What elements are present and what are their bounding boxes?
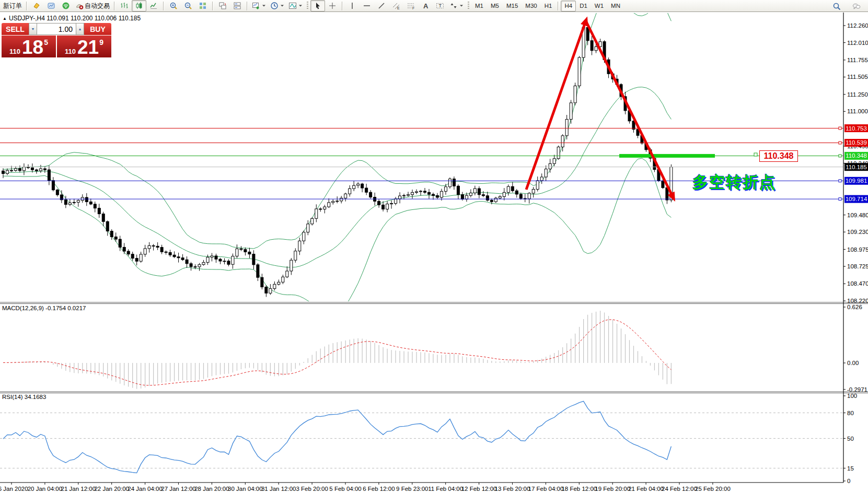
- crosshair-icon[interactable]: [325, 0, 340, 11]
- chart-title-text: USDJPY-,H4 110.091 110.200 110.006 110.1…: [9, 15, 141, 22]
- timeframe-button-h1[interactable]: H1: [541, 1, 556, 11]
- search-button[interactable]: [829, 1, 844, 12]
- metaeditor-icon: [32, 2, 41, 10]
- buy-button[interactable]: BUY: [84, 23, 111, 35]
- svg-text:5 Feb 04:00: 5 Feb 04:00: [329, 486, 361, 492]
- new-chart-icon: [252, 2, 260, 10]
- timeframe-button-d1[interactable]: D1: [576, 1, 591, 11]
- chat-button[interactable]: [849, 1, 864, 12]
- metaeditor-icon[interactable]: [29, 0, 44, 11]
- horizontal-line-icon[interactable]: [360, 0, 374, 11]
- svg-text:111.755: 111.755: [847, 57, 868, 63]
- svg-text:110.753: 110.753: [846, 125, 867, 132]
- autotrading-button[interactable]: 自动交易: [73, 0, 112, 11]
- fibonacci-icon[interactable]: F: [403, 0, 418, 11]
- zoom-in-icon[interactable]: [166, 0, 181, 11]
- indicators-icon[interactable]: [286, 0, 305, 11]
- vertical-line-icon[interactable]: [345, 0, 360, 11]
- volume-input[interactable]: 1.00: [37, 23, 76, 35]
- price-tag-110348[interactable]: 110.348: [759, 150, 798, 162]
- toolbar: 新订单自动交易EFATM1M5M15M30H1H4D1W1MN: [0, 0, 868, 12]
- cursor-icon[interactable]: [310, 0, 325, 11]
- auto-arrange-icon[interactable]: [215, 0, 230, 11]
- svg-text:109.714: 109.714: [846, 196, 867, 202]
- svg-text:0.00: 0.00: [847, 360, 859, 366]
- horizontal-line-icon: [363, 2, 371, 10]
- toolbar-separator: [212, 2, 213, 10]
- sell-button[interactable]: SELL: [2, 23, 29, 35]
- svg-text:16 Jan 2020: 16 Jan 2020: [0, 486, 28, 492]
- chart-canvas[interactable]: 112.260112.010111.755111.505111.250111.0…: [0, 0, 868, 494]
- equidistant-channel-icon[interactable]: E: [389, 0, 403, 11]
- toolbar-separator: [26, 2, 27, 10]
- svg-text:112.260: 112.260: [847, 22, 868, 29]
- line-chart-icon[interactable]: [146, 0, 161, 11]
- timeframe-button-h4[interactable]: H4: [561, 1, 576, 11]
- arrange-windows-icon[interactable]: [230, 0, 245, 11]
- cursor-icon: [314, 2, 322, 10]
- svg-text:25 Feb 20:00: 25 Feb 20:00: [695, 486, 731, 492]
- text-icon[interactable]: A: [418, 0, 433, 11]
- search-icon: [832, 2, 841, 10]
- svg-text:111.505: 111.505: [847, 74, 868, 80]
- svg-text:6 Feb 12:00: 6 Feb 12:00: [363, 486, 395, 492]
- text-label-icon[interactable]: T: [433, 0, 447, 11]
- rsi-panel: [0, 401, 843, 473]
- signals-icon[interactable]: [59, 0, 73, 11]
- timeframe-button-m30[interactable]: M30: [522, 1, 540, 11]
- line-chart-icon: [149, 2, 158, 10]
- timeframe-button-w1[interactable]: W1: [591, 1, 607, 11]
- svg-text:109.480: 109.480: [847, 212, 868, 218]
- toolbar-drag-handle: [307, 2, 308, 10]
- tile-windows-icon[interactable]: [195, 0, 210, 11]
- sell-price-display[interactable]: 110 18 5: [2, 36, 56, 57]
- text-label-icon: T: [436, 2, 444, 10]
- zoom-out-icon[interactable]: [181, 0, 195, 11]
- svg-text:27 Jan 12:00: 27 Jan 12:00: [161, 486, 196, 492]
- svg-text:0: 0: [847, 478, 850, 484]
- svg-text:9 Feb 23:00: 9 Feb 23:00: [396, 486, 428, 492]
- svg-text:31 Jan 12:00: 31 Jan 12:00: [261, 486, 296, 492]
- rsi-label: RSI(14) 34.1683: [2, 394, 46, 400]
- svg-text:E: E: [397, 6, 400, 10]
- trendline-icon[interactable]: [374, 0, 389, 11]
- svg-text:19 Feb 20:00: 19 Feb 20:00: [595, 486, 630, 492]
- new-order-button[interactable]: 新订单: [1, 0, 24, 11]
- svg-text:109.981: 109.981: [846, 178, 867, 184]
- sell-price-pip: 5: [44, 38, 48, 46]
- macd-panel: [3, 311, 671, 389]
- volume-decrease-button[interactable]: ▼: [29, 23, 37, 35]
- svg-text:108.725: 108.725: [847, 263, 868, 269]
- buy-price-display[interactable]: 110 21 9: [57, 36, 111, 57]
- timeframe-button-m5[interactable]: M5: [487, 1, 503, 11]
- svg-text:F: F: [412, 6, 414, 10]
- candlestick-chart-icon[interactable]: [132, 0, 146, 11]
- indicators-icon: [288, 2, 297, 10]
- new-chart-icon[interactable]: [250, 0, 268, 11]
- svg-text:A: A: [423, 2, 429, 10]
- svg-text:111.250: 111.250: [847, 91, 868, 98]
- svg-text:11 Feb 04:00: 11 Feb 04:00: [428, 486, 463, 492]
- bar-chart-icon[interactable]: [117, 0, 132, 11]
- svg-text:109.230: 109.230: [847, 229, 868, 235]
- main-chart-panel: [0, 0, 843, 314]
- market-watch-icon[interactable]: [44, 0, 59, 11]
- chart-period-icon[interactable]: [268, 0, 286, 11]
- svg-text:21 Jan 12:00: 21 Jan 12:00: [61, 486, 96, 492]
- one-click-trading-panel: SELL ▼ 1.00 ▲ BUY 110 18 5 110 21 9: [2, 23, 111, 57]
- arrows-icon[interactable]: [447, 0, 466, 11]
- volume-increase-button[interactable]: ▲: [76, 23, 84, 35]
- trendline-icon: [377, 2, 386, 10]
- turning-point-annotation[interactable]: 多空转折点: [692, 172, 776, 193]
- toolbar-separator: [114, 2, 115, 10]
- timeframe-button-mn[interactable]: MN: [607, 1, 624, 11]
- chart-period-icon: [270, 2, 279, 10]
- svg-text:12 Feb 12:00: 12 Feb 12:00: [461, 486, 497, 492]
- timeframe-button-m15[interactable]: M15: [503, 1, 522, 11]
- market-watch-icon: [47, 2, 55, 10]
- macd-label: MACD(12,26,9) -0.1754 0.0217: [2, 305, 86, 311]
- svg-text:15: 15: [847, 465, 854, 472]
- green-level-bar: [619, 154, 715, 158]
- timeframe-button-m1[interactable]: M1: [471, 1, 487, 11]
- svg-text:110.539: 110.539: [846, 139, 867, 146]
